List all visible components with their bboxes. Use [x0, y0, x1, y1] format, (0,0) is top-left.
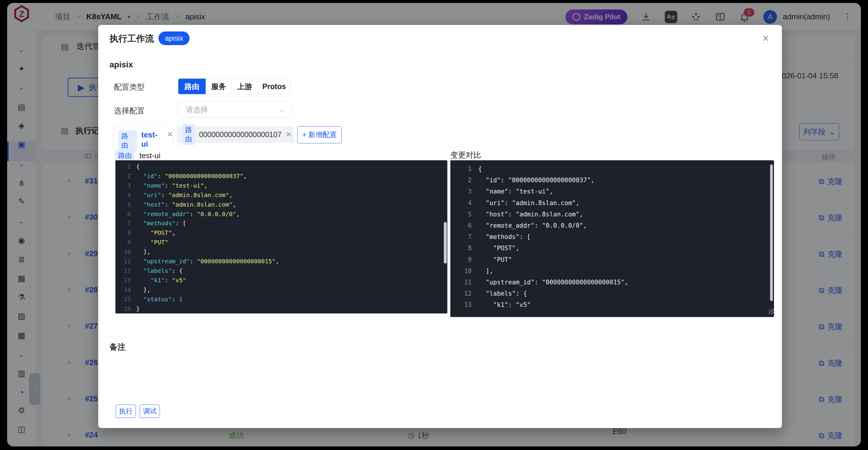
- code-line: 7 "methods": [: [115, 219, 447, 228]
- resize-grip[interactable]: [769, 309, 775, 314]
- code-text: "remote_addr": "0.0.0.0/0",: [478, 220, 587, 231]
- select-config-label: 选择配置: [114, 106, 145, 116]
- code-line: 10 ],: [115, 247, 447, 257]
- code-text: "methods": [: [136, 219, 186, 228]
- code-line: 5 "host": "admin.8slan.com",: [115, 200, 447, 210]
- line-number: 11: [115, 257, 136, 266]
- debug-button[interactable]: 调试: [140, 404, 160, 418]
- code-line: 15 "status": 1: [115, 295, 447, 304]
- tag-name: test-ui: [141, 130, 163, 149]
- code-line: 3 "name": "test-ui",: [115, 181, 447, 190]
- code-line: 7 "methods": [: [450, 231, 774, 242]
- code-line: 12 "labels": {: [115, 266, 447, 276]
- code-line: 11 "upstream_id": "00000000000000000015"…: [115, 257, 447, 266]
- config-type-tab-上游[interactable]: 上游: [232, 79, 258, 94]
- line-number: 13: [450, 299, 478, 310]
- close-icon[interactable]: ✕: [286, 130, 291, 139]
- tag-type-badge: 路由: [182, 124, 195, 145]
- tag-type-badge: 路由: [118, 130, 137, 151]
- code-text: "id": "00000000000000000037",: [478, 175, 594, 186]
- code-text: "host": "admin.8slan.com",: [478, 209, 583, 220]
- code-text: "PUT": [136, 238, 168, 247]
- line-number: 3: [115, 181, 136, 190]
- line-number: 10: [450, 265, 478, 277]
- code-text: "id": "00000000000000000037",: [136, 172, 247, 181]
- code-line: 13 "k1": "v5": [115, 276, 447, 285]
- execute-button[interactable]: 执行: [116, 404, 136, 418]
- line-number: 1: [450, 163, 478, 175]
- code-text: "upstream_id": "00000000000000000015",: [478, 277, 628, 288]
- config-type-label: 配置类型: [114, 82, 145, 92]
- line-number: 9: [450, 254, 478, 265]
- config-type-tab-Protos[interactable]: Protos: [258, 79, 290, 94]
- code-line: 6 "remote_addr": "0.0.0.0/0",: [450, 220, 774, 231]
- close-icon[interactable]: ✕: [167, 130, 173, 139]
- code-text: }: [136, 304, 140, 313]
- select-placeholder: 请选择: [186, 105, 208, 115]
- code-text: ],: [478, 265, 493, 277]
- editor-name: test-ui: [140, 151, 160, 160]
- add-config-button[interactable]: + 新增配置: [297, 126, 342, 143]
- code-line: 9 "PUT": [115, 238, 447, 247]
- config-type-tab-路由[interactable]: 路由: [178, 79, 206, 94]
- diff-title: 变更对比: [450, 150, 481, 160]
- code-text: },: [136, 285, 150, 295]
- code-line: 8 "POST",: [115, 228, 447, 238]
- code-line: 14 },: [115, 285, 447, 295]
- line-number: 3: [450, 186, 478, 197]
- code-line: 13 "k1": "v5": [450, 299, 774, 310]
- line-number: 10: [115, 247, 136, 257]
- code-text: "host": "admin.8slan.com",: [136, 200, 236, 210]
- code-text: "labels": {: [478, 288, 527, 299]
- code-line: 9 "PUT": [450, 254, 774, 265]
- line-number: 15: [115, 295, 136, 304]
- divider: [98, 53, 782, 53]
- code-text: {: [136, 162, 140, 172]
- code-line: 4 "uri": "admin.8slan.com",: [115, 190, 447, 200]
- code-text: "k1": "v5": [136, 276, 186, 285]
- line-number: 16: [115, 304, 136, 313]
- close-icon[interactable]: ×: [763, 33, 769, 44]
- code-line: 4 "uri": "admin.8slan.com",: [450, 198, 774, 209]
- workflow-badge: apisix: [158, 31, 190, 45]
- execute-workflow-modal: 执行工作流 apisix × apisix 配置类型 路由服务上游Protos …: [98, 25, 782, 428]
- line-number: 8: [450, 242, 478, 254]
- code-text: "name": "test-ui",: [478, 186, 553, 197]
- line-number: 9: [115, 238, 136, 247]
- line-number: 13: [115, 276, 136, 285]
- code-line: 16}: [115, 304, 447, 313]
- line-number: 7: [450, 231, 478, 242]
- config-select[interactable]: 请选择 ⌄: [178, 101, 291, 118]
- config-tag[interactable]: 路由 00000000000000000107 ✕: [177, 126, 294, 143]
- config-tag-selected[interactable]: 路由 test-ui ✕: [113, 125, 173, 147]
- line-number: 4: [450, 198, 478, 209]
- line-number: 14: [115, 285, 136, 295]
- app-window: Z 项目 > K8sYAML ▾ > 工作流 > apisix Zadig Pi…: [7, 3, 861, 446]
- line-number: 1: [115, 162, 136, 172]
- screenshot-stage: Z 项目 > K8sYAML ▾ > 工作流 > apisix Zadig Pi…: [0, 0, 868, 450]
- line-number: 2: [450, 175, 478, 186]
- line-number: 4: [115, 190, 136, 200]
- code-line: 5 "host": "admin.8slan.com",: [450, 209, 774, 220]
- code-line: 1{: [450, 163, 774, 175]
- code-text: "status": 1: [136, 295, 183, 304]
- code-line: 3 "name": "test-ui",: [450, 186, 774, 197]
- code-line: 10 ],: [450, 265, 774, 277]
- config-type-tab-服务[interactable]: 服务: [206, 79, 232, 94]
- scrollbar-thumb[interactable]: [444, 222, 447, 264]
- line-number: 5: [450, 209, 478, 220]
- config-code-editor[interactable]: 1{2 "id": "00000000000000000037",3 "name…: [115, 160, 447, 313]
- code-line: 2 "id": "00000000000000000037",: [450, 175, 774, 186]
- code-text: "methods": [: [478, 231, 531, 242]
- line-number: 11: [450, 277, 478, 288]
- code-line: 2 "id": "00000000000000000037",: [115, 172, 447, 181]
- line-number: 12: [450, 288, 478, 299]
- line-number: 6: [450, 220, 478, 231]
- line-number: 7: [115, 219, 136, 228]
- diff-code-editor[interactable]: 1{2 "id": "00000000000000000037",3 "name…: [450, 160, 774, 317]
- code-line: 12 "labels": {: [450, 288, 774, 299]
- scrollbar-thumb[interactable]: [770, 164, 773, 301]
- code-text: ],: [136, 247, 150, 257]
- code-text: "k1": "v5": [478, 299, 531, 310]
- code-text: "uri": "admin.8slan.com",: [478, 198, 579, 209]
